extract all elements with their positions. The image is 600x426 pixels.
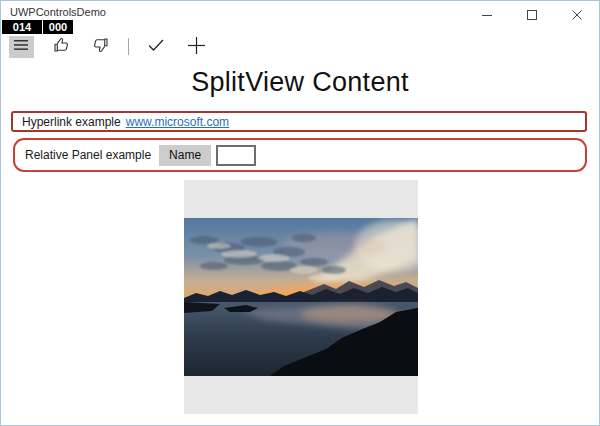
relative-panel-example: Relative Panel example Name — [13, 138, 587, 172]
window-controls — [464, 1, 599, 28]
like-button[interactable] — [48, 35, 74, 58]
toolbar — [9, 35, 223, 58]
page-title: SplitView Content — [1, 67, 599, 98]
relative-panel-label: Relative Panel example — [25, 148, 151, 162]
maximize-icon — [527, 10, 537, 20]
frame-counter-value: 000 — [43, 20, 73, 34]
checkmark-icon — [148, 38, 164, 55]
thumbs-up-icon — [52, 36, 70, 57]
image-container — [184, 180, 418, 414]
minimize-icon — [482, 10, 492, 20]
thumbs-down-icon — [92, 36, 110, 57]
hyperlink-example-panel: Hyperlink example www.microsoft.com — [11, 111, 587, 132]
window-title: UWPControlsDemo — [10, 6, 106, 18]
hamburger-icon — [14, 39, 29, 54]
microsoft-hyperlink[interactable]: www.microsoft.com — [126, 115, 229, 129]
app-window: UWPControlsDemo 014 000 — [0, 0, 600, 426]
debug-frame-counter: 014 000 — [2, 20, 73, 34]
title-bar: UWPControlsDemo — [1, 1, 599, 31]
accept-button[interactable] — [143, 35, 169, 58]
hyperlink-example-label: Hyperlink example — [22, 115, 121, 129]
add-button[interactable] — [183, 35, 209, 58]
dislike-button[interactable] — [88, 35, 114, 58]
close-icon — [572, 10, 582, 20]
hamburger-menu-button[interactable] — [9, 36, 34, 58]
name-input[interactable] — [216, 145, 256, 166]
frame-counter-value: 014 — [2, 20, 42, 34]
minimize-button[interactable] — [464, 1, 509, 28]
maximize-button[interactable] — [509, 1, 554, 28]
close-button[interactable] — [554, 1, 599, 28]
toolbar-divider — [128, 38, 129, 55]
plus-icon — [187, 36, 206, 58]
name-button[interactable]: Name — [159, 145, 211, 166]
sunset-lake-photo — [184, 218, 418, 376]
